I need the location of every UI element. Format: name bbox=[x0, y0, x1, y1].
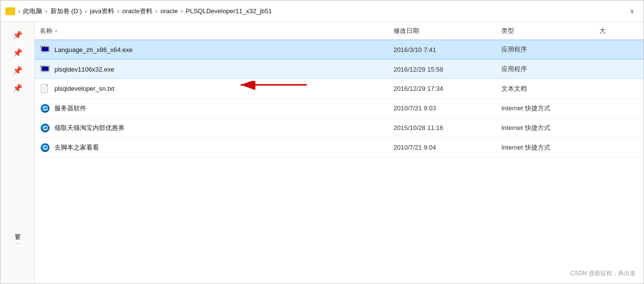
breadcrumb-item-0[interactable]: 此电脑 bbox=[23, 7, 42, 16]
sep-0: › bbox=[17, 7, 21, 15]
svg-rect-12 bbox=[43, 71, 48, 72]
file-name: Language_zh_x86_x64.exe bbox=[54, 46, 133, 53]
file-date: 2016/3/10 7:41 bbox=[394, 46, 501, 53]
svg-rect-8 bbox=[46, 46, 47, 47]
svg-rect-7 bbox=[44, 46, 45, 47]
file-name-cell: 领取天猫淘宝内部优惠券 bbox=[40, 123, 394, 133]
file-name-cell: Language_zh_x86_x64.exe bbox=[40, 44, 394, 55]
sep-3: › bbox=[116, 7, 120, 15]
svg-point-23 bbox=[41, 104, 50, 113]
txt-icon bbox=[40, 83, 50, 94]
file-name-cell: 去脚本之家看看 bbox=[40, 142, 394, 153]
edge-icon bbox=[40, 142, 50, 153]
chevron-down-icon[interactable]: ∨ bbox=[626, 7, 639, 15]
sep-2: › bbox=[84, 7, 88, 15]
file-date: 2010/7/21 9:04 bbox=[394, 144, 501, 151]
table-row[interactable]: plsqldev1106x32.exe 2016/12/29 15:58 应用程… bbox=[35, 59, 644, 79]
col-header-date[interactable]: 修改日期 bbox=[394, 26, 501, 35]
table-row[interactable]: 去脚本之家看看 2010/7/21 9:04 Internet 快捷方式 bbox=[35, 138, 644, 157]
breadcrumb-item-4[interactable]: oracle bbox=[160, 7, 177, 15]
file-type: Internet 快捷方式 bbox=[501, 143, 599, 152]
file-date: 2016/12/29 15:58 bbox=[394, 66, 501, 73]
svg-rect-3 bbox=[43, 51, 48, 52]
table-row[interactable]: Language_zh_x86_x64.exe 2016/3/10 7:41 应… bbox=[35, 40, 644, 59]
file-name: plsqldev1106x32.exe bbox=[54, 66, 114, 73]
svg-rect-4 bbox=[44, 52, 47, 52]
file-name-cell: 服务器软件 bbox=[40, 103, 394, 114]
svg-point-24 bbox=[41, 124, 50, 132]
svg-rect-13 bbox=[44, 72, 47, 72]
breadcrumb-item-3[interactable]: oracle资料 bbox=[123, 7, 152, 16]
svg-rect-5 bbox=[40, 46, 41, 47]
pin-icon-2[interactable]: 📌 bbox=[10, 45, 25, 60]
pin-icon-1[interactable]: 📌 bbox=[10, 27, 25, 43]
explorer-window: › 此电脑 › 新加卷 (D:) › java资料 › oracle资料 › o… bbox=[0, 0, 644, 284]
breadcrumb-bar: › 此电脑 › 新加卷 (D:) › java资料 › oracle资料 › o… bbox=[0, 0, 644, 22]
table-row[interactable]: 服务器软件 2010/7/21 9:03 Internet 快捷方式 bbox=[35, 99, 644, 118]
file-name-cell: plsqldev1106x32.exe bbox=[40, 64, 394, 75]
svg-rect-16 bbox=[44, 66, 45, 67]
sep-5: › bbox=[180, 7, 184, 15]
svg-rect-11 bbox=[42, 67, 48, 70]
edge-icon bbox=[40, 103, 50, 114]
file-name: 服务器软件 bbox=[54, 104, 86, 113]
col-header-size[interactable]: 大 bbox=[599, 26, 639, 35]
sep-4: › bbox=[154, 7, 158, 15]
sidebar-label: 通及: bbox=[13, 243, 22, 244]
content-area: 📌 📌 📌 📌 通及: 名称 ∧ 修改日期 类型 大 bbox=[0, 22, 644, 284]
svg-rect-17 bbox=[46, 66, 47, 67]
file-name: plsqldeveloper_sn.txt bbox=[54, 85, 114, 92]
exe-icon bbox=[40, 44, 50, 55]
svg-rect-14 bbox=[40, 66, 41, 67]
pin-icon-4[interactable]: 📌 bbox=[10, 80, 25, 96]
breadcrumb-current: PLSQLDeveloper11_x32_jb51 bbox=[186, 7, 272, 15]
file-date: 2015/10/28 11:16 bbox=[394, 124, 501, 131]
watermark: CSDN @新征程，再出发 bbox=[570, 269, 636, 278]
sort-arrow-icon: ∧ bbox=[54, 28, 58, 33]
file-type: 应用程序 bbox=[501, 45, 599, 54]
edge-icon bbox=[40, 123, 50, 133]
sidebar: 📌 📌 📌 📌 通及: bbox=[0, 22, 35, 284]
file-list: 名称 ∧ 修改日期 类型 大 bbox=[35, 22, 644, 284]
exe-icon bbox=[40, 64, 50, 75]
file-name: 领取天猫淘宝内部优惠券 bbox=[54, 124, 124, 132]
sep-1: › bbox=[44, 7, 48, 15]
svg-rect-15 bbox=[42, 66, 43, 67]
file-date: 2016/12/29 17:34 bbox=[394, 85, 501, 92]
file-type: Internet 快捷方式 bbox=[501, 124, 599, 132]
breadcrumb-item-2[interactable]: java资料 bbox=[90, 7, 114, 16]
file-name-cell: plsqldeveloper_sn.txt bbox=[40, 83, 394, 94]
svg-rect-2 bbox=[42, 48, 48, 51]
file-date: 2010/7/21 9:03 bbox=[394, 104, 501, 112]
breadcrumb-item-1[interactable]: 新加卷 (D:) bbox=[50, 7, 82, 16]
folder-icon bbox=[5, 7, 15, 15]
file-type: 应用程序 bbox=[501, 65, 599, 74]
svg-rect-6 bbox=[42, 46, 43, 47]
column-headers: 名称 ∧ 修改日期 类型 大 bbox=[35, 22, 644, 40]
file-type: Internet 快捷方式 bbox=[501, 104, 599, 113]
file-rows-container: Language_zh_x86_x64.exe 2016/3/10 7:41 应… bbox=[35, 40, 644, 157]
table-row[interactable]: 领取天猫淘宝内部优惠券 2015/10/28 11:16 Internet 快捷… bbox=[35, 118, 644, 138]
col-header-name[interactable]: 名称 ∧ bbox=[40, 26, 394, 35]
col-header-type[interactable]: 类型 bbox=[501, 26, 599, 35]
file-name: 去脚本之家看看 bbox=[54, 143, 99, 152]
file-type: 文本文档 bbox=[501, 84, 599, 93]
table-row[interactable]: plsqldeveloper_sn.txt 2016/12/29 17:34 文… bbox=[35, 79, 644, 99]
pin-icon-3[interactable]: 📌 bbox=[10, 62, 25, 78]
svg-point-25 bbox=[41, 143, 50, 152]
